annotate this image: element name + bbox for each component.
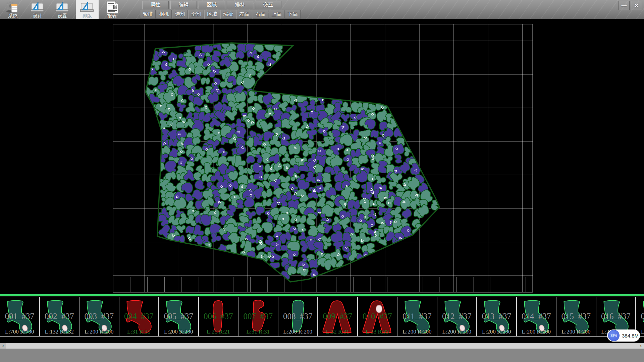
scroll-left-button[interactable]: ‹ <box>0 343 6 349</box>
piece-thumbnail-11[interactable]: 011_#37L:200 R:200 <box>397 297 437 336</box>
memory-status-pill: 38% 384.8M <box>607 329 640 342</box>
tool-button-5[interactable]: 区域 <box>204 10 220 19</box>
app-tab-label: 设计 <box>33 13 42 18</box>
piece-shape <box>358 297 397 336</box>
status-bar <box>0 349 644 362</box>
tool-button-7[interactable]: 左靠 <box>236 10 252 19</box>
piece-shape <box>437 297 476 336</box>
system-icon <box>5 1 20 13</box>
app-tab-bar: 系统 设计 设置 排版 报表 <box>1 0 125 19</box>
scroll-right-button[interactable]: › <box>638 343 644 349</box>
layout-icon <box>79 1 95 13</box>
piece-shape <box>40 297 79 336</box>
settings-icon <box>55 1 70 13</box>
tool-row: 聚排相机选割全割区域瑕疵左靠右靠上靠下靠 <box>140 10 301 19</box>
piece-shape <box>278 297 317 336</box>
piece-shape <box>79 297 118 336</box>
menu-button-1[interactable]: 属性 <box>142 1 169 9</box>
piece-shape <box>159 297 198 336</box>
piece-thumbnail-15[interactable]: 015_#37L:200 R:200 <box>556 297 596 336</box>
piece-shape <box>238 297 277 336</box>
app-tab-label: 系统 <box>8 13 17 18</box>
tool-button-2[interactable]: 相机 <box>156 10 172 19</box>
piece-thumbnail-13[interactable]: 013_#37L:200 R:200 <box>477 297 517 336</box>
piece-thumbnail-5[interactable]: 005_#37L:200 R:200 <box>159 297 199 336</box>
report-icon <box>105 1 119 13</box>
strip-separator-line <box>0 293 644 297</box>
tool-button-10[interactable]: 下靠 <box>285 10 301 19</box>
tool-button-4[interactable]: 全割 <box>188 10 204 19</box>
close-button[interactable]: ✕ <box>631 1 642 10</box>
bottom-gap <box>0 337 644 343</box>
app-tab-label: 设置 <box>58 13 67 18</box>
app-tab-1[interactable]: 系统 <box>1 0 24 19</box>
piece-thumbnail-2[interactable]: 002_#37L:132 R:132 <box>40 297 80 336</box>
nesting-canvas[interactable] <box>0 19 644 293</box>
tool-button-9[interactable]: 上靠 <box>269 10 284 19</box>
minimize-button[interactable]: — <box>619 1 630 10</box>
piece-shape <box>477 297 516 336</box>
piece-shape <box>517 297 556 336</box>
menu-button-2[interactable]: 编辑 <box>170 1 197 9</box>
piece-thumbnail-4[interactable]: 004_#37L:31 R:31 <box>119 297 159 336</box>
window-controls: — ✕ <box>619 1 642 10</box>
memory-percent-badge: 38% <box>608 330 620 341</box>
app-window: { "window": {"minimize_label":"—","close… <box>0 0 644 362</box>
tool-button-1[interactable]: 聚排 <box>140 10 156 19</box>
titlebar: 系统 设计 设置 排版 报表 属性编辑区域排料交互 聚排相机选割全割区域瑕疵左靠… <box>0 0 644 19</box>
piece-shape <box>199 297 238 336</box>
piece-shape <box>397 297 436 336</box>
piece-thumbnail-17[interactable]: 017_#37L:200 R:200 <box>636 297 644 336</box>
piece-thumbnail-6[interactable]: 006_#37L:21 R:21 <box>199 297 239 336</box>
tool-button-6[interactable]: 瑕疵 <box>220 10 236 19</box>
menu-button-5[interactable]: 交互 <box>255 1 281 9</box>
piece-thumbnail-10[interactable]: 010_#37L:33 R:33 <box>358 297 398 336</box>
piece-thumbnail-1[interactable]: 001_#37L:700 R:700 <box>0 297 40 336</box>
horizontal-scrollbar[interactable]: ‹ › <box>0 343 644 349</box>
design-icon <box>30 1 45 13</box>
piece-shape <box>0 297 39 336</box>
piece-shape <box>318 297 357 336</box>
app-tab-label: 排版 <box>83 13 92 18</box>
piece-thumbnail-9[interactable]: 009_#37L:32 R:31 <box>318 297 358 336</box>
piece-shape <box>556 297 595 336</box>
menu-button-4[interactable]: 排料 <box>227 1 253 9</box>
piece-shape <box>636 297 644 336</box>
piece-thumbnail-7[interactable]: 007_#37L:31 R:31 <box>238 297 278 336</box>
app-tab-label: 报表 <box>107 13 117 18</box>
app-tab-2[interactable]: 设计 <box>26 0 49 19</box>
app-tab-3[interactable]: 设置 <box>51 0 74 19</box>
tool-button-8[interactable]: 右靠 <box>253 10 268 19</box>
piece-thumbnail-3[interactable]: 003_#37L:200 R:200 <box>79 297 119 336</box>
piece-thumbnail-8[interactable]: 008_#37L:200 R:200 <box>278 297 318 336</box>
app-tab-4[interactable]: 排版 <box>76 0 99 19</box>
piece-thumbnail-14[interactable]: 014_#37L:200 R:200 <box>517 297 557 336</box>
piece-shape <box>119 297 158 336</box>
piece-thumbnail-strip: 001_#37L:700 R:700 002_#37L:132 R:132 00… <box>0 297 644 337</box>
piece-thumbnail-12[interactable]: 012_#37L:200 R:200 <box>437 297 477 336</box>
menu-button-3[interactable]: 区域 <box>199 1 225 9</box>
tool-button-3[interactable]: 选割 <box>172 10 188 19</box>
menu-row: 属性编辑区域排料交互 <box>142 1 283 9</box>
app-tab-5[interactable]: 报表 <box>101 0 123 19</box>
memory-usage-label: 384.8M <box>622 333 639 339</box>
